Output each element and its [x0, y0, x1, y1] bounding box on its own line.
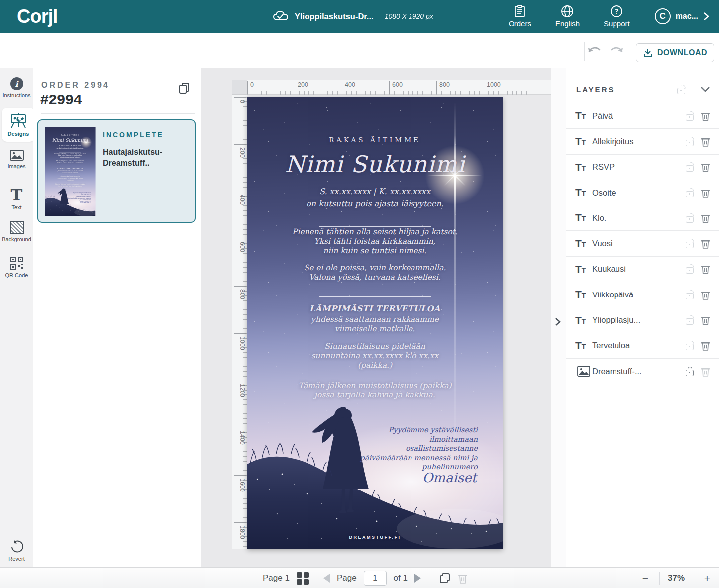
- layer-row[interactable]: TT Viikkopäivä: [566, 282, 719, 307]
- trash-icon[interactable]: [701, 111, 710, 121]
- trash-icon[interactable]: [701, 340, 710, 351]
- unlock-icon[interactable]: [686, 191, 694, 197]
- orders-label: Orders: [509, 19, 531, 28]
- trash-icon[interactable]: [701, 188, 710, 198]
- poster-welcome-lines[interactable]: yhdessä saattamaan rakkaamme viimeiselle…: [45, 170, 96, 174]
- revert-button[interactable]: Revert: [0, 540, 33, 562]
- layer-row[interactable]: TT Päivä: [566, 103, 719, 129]
- layer-row[interactable]: TT RSVP: [566, 155, 719, 180]
- tool-label: Background: [2, 236, 31, 242]
- download-button[interactable]: DOWNLOAD: [636, 43, 714, 62]
- unlock-icon[interactable]: [686, 114, 694, 121]
- page-bar: Page 1 Page of 1: [0, 567, 719, 588]
- tool-qr-code[interactable]: QR Code: [0, 256, 33, 278]
- delete-page-icon[interactable]: [458, 573, 468, 584]
- text-layer-icon: TT: [575, 289, 592, 300]
- poster-verse-2[interactable]: Se ei ole poissa, vain korkeammalla. Val…: [247, 263, 503, 282]
- poster-welcome-title[interactable]: LÄMPIMÄSTI TERVETULOA: [45, 168, 96, 170]
- layer-row[interactable]: TT Klo.: [566, 205, 719, 231]
- poster-eyebrow[interactable]: RAKAS ÄITIMME: [247, 136, 503, 144]
- nav-orders[interactable]: Orders: [509, 5, 531, 28]
- poster-called-line[interactable]: on kutsuttu pois ajasta iäisyyteen.: [45, 147, 96, 149]
- tool-background[interactable]: Background: [0, 221, 33, 242]
- nav-language[interactable]: English: [555, 5, 580, 28]
- file-name[interactable]: Ylioppilaskutsu-Dr...: [295, 12, 374, 21]
- undo-button[interactable]: [587, 45, 602, 56]
- design-canvas[interactable]: RAKAS ÄITIMME Nimi Sukunimi S. xx.xx.xxx…: [247, 97, 503, 549]
- poster-rsvp-block[interactable]: Pyydämme ystävällisesti ilmoittamaan osa…: [63, 192, 90, 201]
- background-swatch-icon: [10, 221, 24, 234]
- poster-welcome-lines[interactable]: yhdessä saattamaan rakkaamme viimeiselle…: [247, 315, 503, 334]
- layer-row[interactable]: TT Tervetuloa: [566, 333, 719, 359]
- design-card[interactable]: RAKAS ÄITIMME Nimi Sukunimi S. xx.xx.xxx…: [37, 119, 196, 223]
- layer-row[interactable]: TT Ylioppilasju...: [566, 307, 719, 333]
- toolbar-divider: [584, 42, 585, 61]
- poster-service-lines[interactable]: Siunaustilaisuus pidetään sunnuntaina xx…: [247, 342, 503, 370]
- unlock-all-icon[interactable]: [677, 88, 685, 94]
- poster-verse-2[interactable]: Se ei ole poissa, vain korkeammalla. Val…: [45, 160, 96, 164]
- unlock-icon[interactable]: [686, 242, 694, 248]
- ruler-label: 1200: [234, 381, 246, 397]
- page-grid-view-icon[interactable]: [297, 572, 309, 585]
- unlock-icon[interactable]: [686, 216, 694, 223]
- order-label: ORDER 2994: [41, 81, 110, 90]
- trash-icon[interactable]: [701, 264, 710, 274]
- chevron-down-icon[interactable]: [700, 86, 710, 93]
- poster-service-lines[interactable]: Siunaustilaisuus pidetään sunnuntaina xx…: [45, 175, 96, 181]
- unlock-icon[interactable]: [686, 318, 694, 325]
- ruler-label: 1600: [234, 475, 246, 492]
- poster-name[interactable]: Nimi Sukunimi: [45, 137, 96, 143]
- text-layer-icon: TT: [575, 263, 592, 275]
- trash-icon[interactable]: [701, 290, 710, 300]
- unlock-icon[interactable]: [686, 344, 694, 350]
- zoom-in-button[interactable]: +: [701, 572, 713, 584]
- tool-images[interactable]: Images: [0, 149, 33, 169]
- poster-signature[interactable]: Omaiset: [71, 201, 91, 204]
- trash-icon[interactable]: [701, 238, 710, 249]
- unlock-icon[interactable]: [686, 267, 694, 274]
- trash-icon[interactable]: [701, 162, 710, 172]
- lock-icon[interactable]: [686, 370, 694, 376]
- poster-memorial-lines[interactable]: Tämän jälkeen muistotilaisuus (paikka) j…: [45, 183, 96, 187]
- poster-name[interactable]: Nimi Sukunimi: [247, 151, 503, 178]
- next-page-arrow[interactable]: [414, 574, 421, 583]
- trash-icon[interactable]: [701, 315, 710, 325]
- duplicate-page-icon[interactable]: [439, 572, 451, 584]
- unlock-icon[interactable]: [686, 140, 694, 146]
- layer-row[interactable]: TT Kuukausi: [566, 257, 719, 282]
- page-number-input[interactable]: [364, 571, 387, 586]
- poster-verse-1[interactable]: Pienenä tähtien alla seisot hiljaa ja ka…: [247, 227, 503, 256]
- layer-row[interactable]: TT Osoite: [566, 180, 719, 205]
- layer-name: Ylioppilasju...: [592, 315, 686, 325]
- unlock-icon[interactable]: [686, 165, 694, 172]
- redo-button[interactable]: [610, 45, 624, 56]
- poster-eyebrow[interactable]: RAKAS ÄITIMME: [45, 134, 96, 136]
- trash-icon[interactable]: [701, 136, 710, 147]
- layer-row[interactable]: TT Allekirjoitus: [566, 129, 719, 154]
- trash-icon[interactable]: [701, 366, 710, 377]
- zoom-out-button[interactable]: −: [639, 572, 651, 584]
- poster-dates[interactable]: S. xx.xx.xxxx | K. xx.xx.xxxx: [45, 145, 96, 147]
- poster-memorial-lines[interactable]: Tämän jälkeen muistotilaisuus (paikka) j…: [247, 381, 503, 400]
- nav-support[interactable]: ? Support: [604, 5, 630, 28]
- previous-page-arrow[interactable]: [323, 574, 330, 583]
- poster-dates[interactable]: S. xx.xx.xxxx | K. xx.xx.xxxx: [247, 187, 503, 196]
- trash-icon[interactable]: [701, 213, 710, 223]
- unlock-icon[interactable]: [686, 293, 694, 299]
- tool-designs[interactable]: Designs: [2, 108, 35, 142]
- order-panel: ORDER 2994 #2994: [33, 68, 201, 567]
- poster-called-line[interactable]: on kutsuttu pois ajasta iäisyyteen.: [247, 199, 503, 208]
- tool-instructions[interactable]: i Instructions: [0, 77, 33, 98]
- copy-order-icon[interactable]: [179, 82, 190, 94]
- tool-text[interactable]: T Text: [0, 188, 33, 210]
- poster-signature[interactable]: Omaiset: [377, 470, 477, 485]
- account-menu[interactable]: C mac...: [655, 8, 709, 24]
- layer-row[interactable]: TT Dreamstuff-...: [566, 359, 719, 384]
- collapse-panel-chevron-icon[interactable]: [554, 317, 561, 327]
- corjl-logo[interactable]: Corjl: [17, 6, 58, 27]
- poster-welcome-title[interactable]: LÄMPIMÄSTI TERVETULOA: [247, 304, 503, 313]
- poster-rsvp-block[interactable]: Pyydämme ystävällisesti ilmoittamaan osa…: [338, 425, 478, 472]
- layer-row[interactable]: TT Vuosi: [566, 231, 719, 256]
- poster-verse-1[interactable]: Pienenä tähtien alla seisot hiljaa ja ka…: [45, 153, 96, 158]
- ruler-corner: [232, 80, 247, 95]
